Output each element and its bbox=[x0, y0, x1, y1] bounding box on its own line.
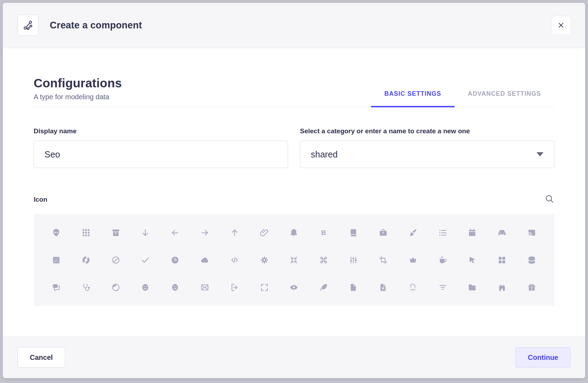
database-icon bbox=[527, 255, 536, 265]
icon-cell-calendar[interactable] bbox=[458, 219, 487, 246]
display-name-field: Display name bbox=[34, 127, 288, 168]
cancel-button[interactable]: Cancel bbox=[18, 347, 65, 368]
display-name-input[interactable] bbox=[34, 141, 288, 168]
icon-cell-eye[interactable] bbox=[279, 274, 309, 301]
continue-button[interactable]: Continue bbox=[515, 347, 570, 368]
icon-cell-command[interactable] bbox=[309, 246, 339, 274]
file-pdf-icon bbox=[408, 283, 418, 292]
section-title: Configurations bbox=[34, 76, 122, 90]
stethoscope-icon bbox=[81, 283, 91, 292]
castle-gate-icon bbox=[497, 283, 507, 292]
icon-cell-sliders[interactable] bbox=[339, 246, 368, 274]
icon-cell-arrow-right[interactable] bbox=[190, 219, 220, 246]
search-icon bbox=[545, 194, 554, 204]
icon-cell-stethoscope[interactable] bbox=[71, 274, 101, 301]
sliders-icon bbox=[349, 255, 358, 265]
icon-cell-globe[interactable] bbox=[101, 274, 131, 301]
icon-cell-frown[interactable] bbox=[160, 274, 190, 301]
close-button[interactable] bbox=[552, 16, 570, 35]
icon-cell-gift[interactable] bbox=[517, 274, 547, 301]
cloud-icon bbox=[200, 255, 210, 265]
icon-cell-alien[interactable] bbox=[41, 219, 71, 246]
icon-cell-cloud[interactable] bbox=[190, 246, 220, 274]
frown-icon bbox=[170, 283, 180, 292]
icon-cell-file[interactable] bbox=[339, 274, 368, 301]
icon-cell-arrow-left[interactable] bbox=[160, 219, 190, 246]
gift-icon bbox=[527, 283, 536, 292]
create-component-modal: Create a component Configurations A type… bbox=[3, 3, 585, 378]
icon-cell-arrow-down[interactable] bbox=[130, 219, 160, 246]
section-titles: Configurations A type for modeling data bbox=[34, 76, 122, 107]
icon-cell-code[interactable] bbox=[220, 246, 249, 274]
chart-pie-icon bbox=[111, 255, 121, 265]
clock-icon bbox=[170, 255, 180, 265]
icon-cell-clock[interactable] bbox=[160, 246, 190, 274]
icon-cell-chat[interactable] bbox=[41, 274, 71, 301]
icon-cell-crop[interactable] bbox=[368, 246, 398, 274]
icon-cell-apps[interactable] bbox=[71, 219, 101, 246]
icon-cell-bold[interactable] bbox=[309, 219, 339, 246]
section-head: Configurations A type for modeling data … bbox=[34, 76, 554, 107]
icon-cell-collapse[interactable] bbox=[279, 246, 309, 274]
category-field: Select a category or enter a name to cre… bbox=[300, 127, 554, 168]
check-icon bbox=[141, 255, 150, 265]
icon-cell-arrow-up[interactable] bbox=[220, 219, 249, 246]
icon-cell-car[interactable] bbox=[487, 219, 517, 246]
icon-cell-book[interactable] bbox=[339, 219, 368, 246]
dashboard-icon bbox=[497, 255, 507, 265]
icon-cell-cast[interactable] bbox=[517, 219, 547, 246]
icon-search-button[interactable] bbox=[545, 194, 554, 205]
icon-cell-cog[interactable] bbox=[249, 246, 279, 274]
calendar-icon bbox=[467, 228, 477, 237]
icon-cell-check[interactable] bbox=[130, 246, 160, 274]
icon-cell-paperclip[interactable] bbox=[249, 219, 279, 246]
arrow-left-icon bbox=[170, 228, 180, 237]
filter-icon bbox=[438, 283, 447, 292]
chat-icon bbox=[52, 283, 61, 292]
alien-icon bbox=[52, 228, 61, 237]
brush-icon bbox=[408, 228, 418, 237]
chart-bubble-icon bbox=[52, 255, 61, 265]
cursor-icon bbox=[467, 255, 477, 265]
icon-picker-label: Icon bbox=[34, 196, 47, 203]
arrow-down-icon bbox=[141, 228, 150, 237]
category-label: Select a category or enter a name to cre… bbox=[300, 127, 554, 135]
display-name-label: Display name bbox=[34, 127, 288, 135]
icon-cell-exit[interactable] bbox=[220, 274, 249, 301]
folder-icon bbox=[467, 283, 477, 292]
icon-cell-database[interactable] bbox=[517, 246, 547, 274]
exit-icon bbox=[230, 283, 239, 292]
book-icon bbox=[349, 228, 358, 237]
modal-footer: Cancel Continue bbox=[3, 336, 585, 378]
icon-cell-feather[interactable] bbox=[309, 274, 339, 301]
icon-cell-envelope[interactable] bbox=[190, 274, 220, 301]
command-icon bbox=[319, 255, 328, 265]
icon-cell-filter[interactable] bbox=[428, 274, 458, 301]
icon-cell-bullet-list[interactable] bbox=[428, 219, 458, 246]
icon-cell-bell[interactable] bbox=[279, 219, 309, 246]
tab-advanced-settings[interactable]: ADVANCED SETTINGS bbox=[454, 90, 554, 107]
icon-cell-archive[interactable] bbox=[101, 219, 131, 246]
bell-icon bbox=[289, 228, 299, 237]
icon-cell-chart-bubble[interactable] bbox=[41, 246, 71, 274]
icon-cell-brush[interactable] bbox=[398, 219, 428, 246]
icon-cell-chart-donut[interactable] bbox=[71, 246, 101, 274]
tab-basic-settings[interactable]: BASIC SETTINGS bbox=[371, 90, 454, 107]
icon-cell-folder[interactable] bbox=[458, 274, 487, 301]
modal-title: Create a component bbox=[50, 20, 142, 31]
icon-section-head: Icon bbox=[34, 194, 554, 205]
icon-cell-expand[interactable] bbox=[249, 274, 279, 301]
icon-cell-briefcase[interactable] bbox=[368, 219, 398, 246]
cog-icon bbox=[260, 255, 269, 265]
smile-icon bbox=[141, 283, 150, 292]
icon-cell-file-error[interactable] bbox=[368, 274, 398, 301]
icon-cell-chart-pie[interactable] bbox=[101, 246, 131, 274]
icon-cell-castle-gate[interactable] bbox=[487, 274, 517, 301]
icon-cell-cursor[interactable] bbox=[458, 246, 487, 274]
icon-cell-coffee-cup[interactable] bbox=[428, 246, 458, 274]
icon-cell-file-pdf[interactable] bbox=[398, 274, 428, 301]
category-select[interactable]: shared bbox=[300, 141, 554, 168]
icon-cell-smile[interactable] bbox=[130, 274, 160, 301]
icon-cell-crown[interactable] bbox=[398, 246, 428, 274]
icon-cell-dashboard[interactable] bbox=[487, 246, 517, 274]
